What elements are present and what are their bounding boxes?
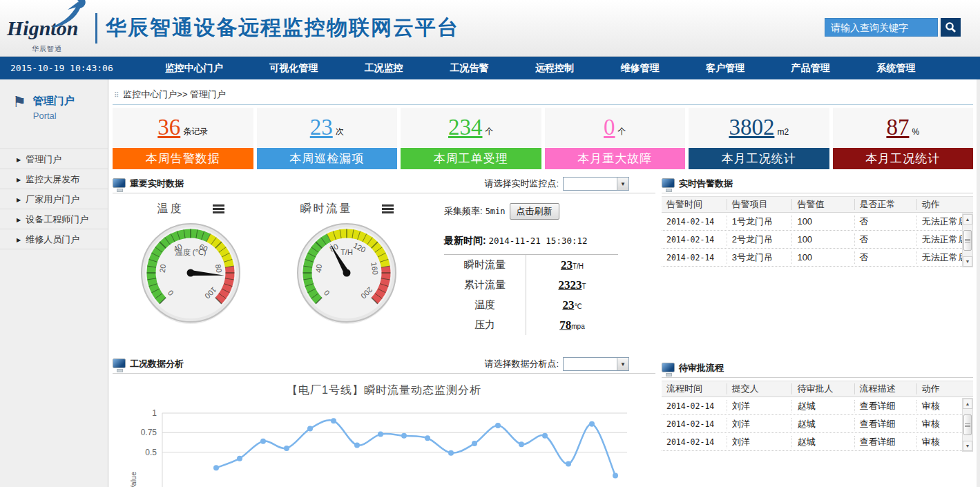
table-row[interactable]: 2014-02-141号龙门吊100否无法正常启动	[662, 213, 973, 231]
stat-banner[interactable]: 本周工单受理	[401, 148, 541, 169]
chart-title: 【电厂1号线】瞬时流量动态监测分析	[113, 383, 655, 398]
chevron-down-icon: ▼	[617, 358, 628, 370]
nav-item-工况告警[interactable]: 工况告警	[450, 62, 488, 75]
monitor-icon	[662, 363, 675, 372]
monitor-point-select[interactable]: ▼	[563, 177, 629, 191]
stat-banner[interactable]: 本周巡检漏项	[257, 148, 398, 169]
table-row[interactable]: 2014-02-14刘洋赵城查看详细审核	[662, 433, 973, 451]
scroll-down-icon[interactable]: ▼	[963, 256, 972, 267]
stat-card: 0个本月重大故障	[545, 108, 686, 169]
table-cell: 100	[792, 251, 854, 264]
reading-value[interactable]: 78	[559, 318, 571, 332]
stat-value[interactable]: 3802	[729, 116, 774, 139]
nav-item-远程控制[interactable]: 远程控制	[535, 62, 574, 75]
svg-text:80: 80	[214, 264, 224, 274]
search-button[interactable]	[941, 18, 961, 37]
nav-item-可视化管理[interactable]: 可视化管理	[269, 62, 318, 75]
alarm-table: 告警时间告警项目告警值是否正常动作2014-02-141号龙门吊100否无法正常…	[662, 196, 973, 267]
portal-header: ⚑ 管理门户 Portal	[0, 79, 108, 131]
stat-unit: %	[912, 127, 919, 137]
table-cell: 2014-02-14	[662, 251, 727, 264]
reading-value[interactable]: 2323	[558, 278, 582, 292]
search-icon	[945, 21, 957, 33]
sidebar-item-设备工程师门户[interactable]: ▶设备工程师门户	[0, 209, 108, 229]
table-cell: 2014-02-14	[662, 216, 727, 228]
nav-datetime: 2015-10-19 10:43:06	[0, 63, 142, 73]
stat-banner[interactable]: 本月重大故障	[545, 148, 686, 169]
analysis-point-select-label: 请选择数据分析点:	[484, 358, 559, 370]
realtime-section-title: 重要实时数据	[130, 178, 184, 190]
stat-value[interactable]: 36	[157, 116, 180, 139]
vertical-scrollbar[interactable]: ▲▼	[962, 398, 973, 452]
sidebar-item-维修人员门户[interactable]: ▶维修人员门户	[0, 229, 108, 249]
gauge-menu-icon[interactable]	[213, 203, 224, 215]
gauge-title: 温度	[157, 202, 184, 216]
scroll-up-icon[interactable]: ▲	[963, 214, 972, 225]
table-cell: 否	[855, 251, 917, 264]
column-header: 是否正常	[855, 199, 917, 210]
column-header: 待审批人	[792, 383, 854, 394]
table-cell: 刘洋	[727, 418, 793, 430]
sidebar-item-管理门户[interactable]: ▶管理门户	[0, 149, 108, 169]
column-header: 告警时间	[662, 199, 727, 210]
arrow-right-icon: ▶	[17, 217, 21, 223]
scrollbar-thumb[interactable]	[963, 230, 972, 251]
nav-item-系统管理[interactable]: 系统管理	[876, 62, 915, 75]
table-row[interactable]: 2014-02-143号龙门吊100否无法正常启动	[662, 249, 973, 267]
reading-unit: mpa	[571, 323, 584, 330]
realtime-data-section: 重要实时数据 请选择实时监控点: ▼ 温度	[113, 175, 655, 350]
alarm-section-title: 实时告警数据	[679, 178, 733, 190]
freq-value: 5min	[486, 207, 506, 216]
sidebar-item-监控大屏发布[interactable]: ▶监控大屏发布	[0, 169, 108, 189]
stats-row: 36条记录本周告警数据23次本周巡检漏项234个本周工单受理0个本月重大故障38…	[113, 108, 973, 169]
scroll-down-icon[interactable]: ▼	[963, 441, 972, 451]
table-cell: 否	[855, 233, 917, 246]
breadcrumb: ⠿监控中心门户>> 管理门户	[113, 87, 973, 105]
svg-text:0.75: 0.75	[141, 428, 157, 437]
vertical-scrollbar[interactable]: ▲▼	[962, 213, 973, 267]
stat-value[interactable]: 234	[448, 116, 483, 139]
stat-card: 87%本月工况统计	[833, 108, 974, 169]
flag-icon: ⚑	[12, 95, 26, 121]
table-cell: 2014-02-14	[662, 436, 727, 448]
stat-value[interactable]: 0	[604, 116, 615, 139]
scrollbar-thumb[interactable]	[963, 414, 972, 435]
temperature-gauge-block: 温度 020406080100温度 (℃)	[113, 202, 269, 349]
nav-item-客户管理[interactable]: 客户管理	[706, 62, 744, 75]
stat-value[interactable]: 87	[886, 116, 909, 139]
stat-banner[interactable]: 本月工况统计	[689, 148, 829, 169]
nav-item-产品管理[interactable]: 产品管理	[791, 62, 830, 75]
svg-text:1: 1	[152, 408, 157, 418]
flow-line-chart: 10.750.5Value	[113, 403, 650, 487]
nav-item-维修管理[interactable]: 维修管理	[621, 62, 660, 75]
title-divider	[95, 13, 97, 44]
table-row[interactable]: 2014-02-14刘洋赵城查看详细审核	[662, 415, 973, 433]
search-input[interactable]	[825, 18, 938, 37]
scroll-up-icon[interactable]: ▲	[963, 399, 972, 409]
reading-label: 瞬时流量	[444, 258, 526, 271]
stat-card: 234个本周工单受理	[401, 108, 541, 169]
flow-gauge-block: 瞬时流量 04080120160200T/H	[269, 202, 425, 349]
reading-label: 压力	[444, 318, 526, 332]
arrow-right-icon: ▶	[17, 177, 21, 183]
stat-banner[interactable]: 本月工况统计	[833, 148, 974, 169]
reading-value[interactable]: 23	[561, 258, 573, 271]
nav-item-工况监控[interactable]: 工况监控	[365, 62, 403, 75]
column-header: 告警项目	[727, 199, 793, 210]
gauge-menu-icon[interactable]	[382, 203, 394, 215]
monitor-icon	[113, 178, 126, 188]
table-row[interactable]: 2014-02-14刘洋赵城查看详细审核	[662, 397, 973, 415]
table-row[interactable]: 2014-02-142号龙门吊100否无法正常启动	[662, 231, 973, 249]
nav-item-监控中心门户[interactable]: 监控中心门户	[165, 62, 223, 75]
reading-label: 累计流量	[444, 278, 526, 292]
analysis-point-select[interactable]: ▼	[563, 357, 629, 371]
approval-table: 流程时间提交人待审批人流程描述动作2014-02-14刘洋赵城查看详细审核201…	[662, 381, 973, 451]
sidebar-item-厂家用户门户[interactable]: ▶厂家用户门户	[0, 189, 108, 209]
stat-value[interactable]: 23	[310, 116, 333, 139]
reading-row: 温度23℃	[444, 295, 618, 315]
logo: Hignton 华辰智通	[7, 18, 90, 39]
column-header: 动作	[917, 199, 973, 210]
reading-value[interactable]: 23	[562, 298, 574, 312]
stat-banner[interactable]: 本周告警数据	[113, 148, 253, 169]
refresh-button[interactable]: 点击刷新	[510, 203, 559, 220]
